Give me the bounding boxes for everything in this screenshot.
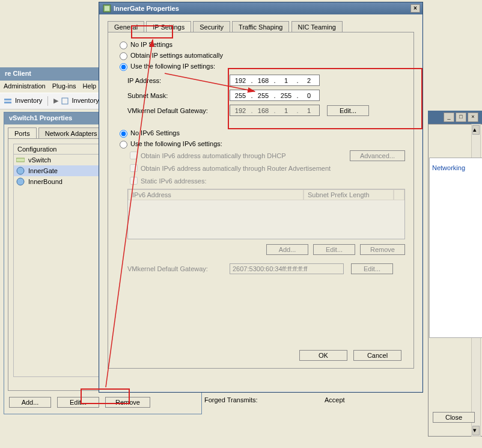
ip-octet xyxy=(253,106,273,115)
scroll-up-icon[interactable]: ▴ xyxy=(472,125,480,135)
dialog-footer: OK Cancel xyxy=(299,350,401,361)
switch-icon xyxy=(16,156,25,164)
stack-icon xyxy=(4,97,12,105)
chk-ipv6-static xyxy=(130,177,138,185)
edit-gateway-button[interactable]: Edit... xyxy=(327,105,369,116)
radio-manual-ipv6[interactable] xyxy=(120,141,127,149)
menu-help[interactable]: Help xyxy=(83,82,97,90)
tab-general[interactable]: General xyxy=(108,21,144,32)
svg-rect-1 xyxy=(4,102,11,103)
ip-octet[interactable] xyxy=(230,76,251,85)
radio-manual-ipv6-label: Use the following IPv6 settings: xyxy=(130,140,222,147)
advanced-button: Advanced... xyxy=(350,150,405,161)
ipv6-address-table: IPv6 Address Subnet Prefix Length xyxy=(127,189,405,239)
ip-octet xyxy=(230,106,251,115)
breadcrumb-arrow-icon: ▶ xyxy=(53,97,58,104)
minimize-icon[interactable]: _ xyxy=(444,112,454,122)
ip-octet[interactable] xyxy=(276,91,296,100)
tab-ports[interactable]: Ports xyxy=(8,127,37,139)
ip-octet[interactable] xyxy=(299,91,319,100)
radio-no-ipv6[interactable] xyxy=(120,130,127,138)
tab-nic-teaming[interactable]: NIC Teaming xyxy=(291,21,343,32)
ip-address-field[interactable]: . . . xyxy=(230,75,320,86)
dialog-tabstrip: General IP Settings Security Traffic Sha… xyxy=(108,20,414,32)
toolbar-inventory-2[interactable]: Inventory xyxy=(72,97,99,104)
radio-auto-ip-label: Obtain IP settings automatically xyxy=(130,52,223,59)
chk-ipv6-ra xyxy=(130,164,138,172)
edit-button[interactable]: Edit... xyxy=(57,397,99,408)
ip-octet[interactable] xyxy=(299,76,319,85)
right-window-controls: _ □ × xyxy=(444,112,478,122)
dialog-tab-body: No IP Settings Obtain IP settings automa… xyxy=(108,32,414,369)
ipv6-gateway-field xyxy=(230,263,344,274)
default-gateway-label: VMkernel Default Gateway: xyxy=(127,107,230,114)
subnet-mask-field[interactable]: . . . xyxy=(230,90,320,101)
toolbar-inventory-1[interactable]: Inventory xyxy=(15,97,42,104)
tab-network-adapters[interactable]: Network Adapters xyxy=(38,127,104,139)
chk-ipv6-dhcp xyxy=(130,152,138,159)
col-prefix-length: Subnet Prefix Length xyxy=(304,189,394,200)
dialog-titlebar[interactable]: InnerGate Properties × xyxy=(99,2,423,14)
cancel-button[interactable]: Cancel xyxy=(353,350,401,361)
subnet-mask-label: Subnet Mask: xyxy=(127,92,230,99)
vswitch-title: vSwitch1 Properties xyxy=(9,114,72,121)
menu-administration[interactable]: Administration xyxy=(4,82,46,90)
remove-button[interactable]: Remove xyxy=(105,397,150,408)
tab-ip-settings[interactable]: IP Settings xyxy=(146,21,191,32)
svg-rect-7 xyxy=(105,6,109,11)
ok-button[interactable]: OK xyxy=(299,350,347,361)
svg-rect-0 xyxy=(4,99,11,100)
ipv6-remove-button: Remove xyxy=(360,244,405,255)
radio-no-ipv6-label: No IPv6 Settings xyxy=(130,129,180,137)
client-title: re Client xyxy=(5,70,31,77)
dialog-title: InnerGate Properties xyxy=(114,5,179,12)
svg-point-5 xyxy=(17,178,24,185)
radio-auto-ip[interactable] xyxy=(120,52,127,60)
scroll-down-icon[interactable]: ▾ xyxy=(472,426,480,435)
radio-no-ip[interactable] xyxy=(120,41,127,49)
forged-transmits-value: Accept xyxy=(325,396,345,404)
list-item-label: InnerBound xyxy=(28,178,63,185)
forged-transmits-row: Forged Transmits: Accept xyxy=(200,392,401,407)
ipv6-add-button: Add... xyxy=(266,244,308,255)
networking-link[interactable]: Networking xyxy=(430,158,482,177)
col-ipv6-address: IPv6 Address xyxy=(128,189,304,200)
ipv6-gateway-label: VMkernel Default Gateway: xyxy=(127,265,230,272)
right-content: Networking xyxy=(429,158,482,338)
add-button[interactable]: Add... xyxy=(9,397,51,408)
forged-transmits-label: Forged Transmits: xyxy=(204,396,325,404)
ip-octet xyxy=(299,106,319,115)
chk-ipv6-static-label: Static IPv6 addresses: xyxy=(141,177,206,185)
col-spacer xyxy=(394,189,404,200)
default-gateway-field: . . . xyxy=(230,105,320,116)
maximize-icon[interactable]: □ xyxy=(456,112,466,122)
ipv6-edit-gateway-button: Edit... xyxy=(351,263,393,274)
radio-manual-ip[interactable] xyxy=(120,63,127,71)
ip-octet[interactable] xyxy=(253,91,273,100)
ip-address-label: IP Address: xyxy=(127,77,230,84)
list-item-label: vSwitch xyxy=(28,156,51,164)
close-icon[interactable]: × xyxy=(410,4,420,13)
tab-security[interactable]: Security xyxy=(193,21,230,32)
app-icon xyxy=(103,4,111,13)
host-icon xyxy=(61,97,69,105)
close-icon[interactable]: × xyxy=(468,112,478,122)
menu-plugins[interactable]: Plug-ins xyxy=(52,82,76,90)
ipv6-edit-button: Edit... xyxy=(313,244,355,255)
ip-octet xyxy=(276,106,296,115)
tab-traffic-shaping[interactable]: Traffic Shaping xyxy=(232,21,289,32)
chk-ipv6-dhcp-label: Obtain IPv6 address automatically throug… xyxy=(141,152,286,159)
ip-octet[interactable] xyxy=(253,76,273,85)
globe-icon xyxy=(16,167,25,175)
close-button[interactable]: Close xyxy=(433,412,475,423)
svg-rect-3 xyxy=(16,158,25,162)
svg-rect-2 xyxy=(62,98,68,104)
radio-no-ip-label: No IP Settings xyxy=(130,41,172,48)
radio-manual-ip-label: Use the following IP settings: xyxy=(130,63,215,70)
ip-octet[interactable] xyxy=(276,76,296,85)
vswitch-button-row: Add... Edit... Remove xyxy=(9,397,197,408)
innergate-properties-dialog: InnerGate Properties × General IP Settin… xyxy=(99,2,423,393)
svg-point-4 xyxy=(17,167,24,174)
chk-ipv6-ra-label: Obtain IPv6 address automatically throug… xyxy=(141,165,331,172)
ip-octet[interactable] xyxy=(230,91,251,100)
